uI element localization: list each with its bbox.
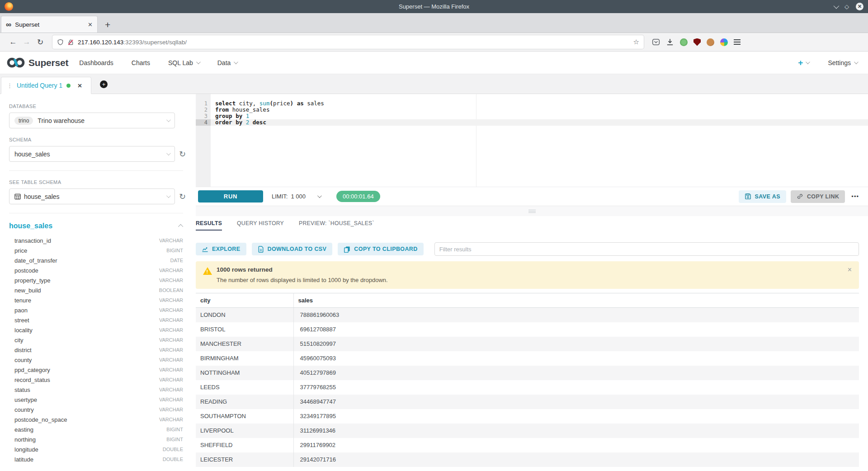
table-row[interactable]: LEEDS37779768255 <box>196 380 859 395</box>
sql-code-line[interactable]: 4order by 2 desc <box>196 119 868 126</box>
table-row[interactable]: BIRMINGHAM45960075093 <box>196 351 859 366</box>
insecure-lock-icon[interactable] <box>67 39 74 46</box>
url-host: 217.160.120.143 <box>78 39 123 46</box>
bookmark-star-icon[interactable]: ☆ <box>633 38 639 46</box>
table-row[interactable]: MANCHESTER51510820997 <box>196 337 859 351</box>
column-name: county <box>14 357 32 363</box>
nav-dashboards[interactable]: Dashboards <box>79 59 113 66</box>
database-label: DATABASE <box>9 104 189 109</box>
url-text[interactable]: 217.160.120.143:32393/superset/sqllab/ <box>78 39 630 46</box>
explore-button[interactable]: EXPLORE <box>196 243 246 255</box>
drag-handle-icon[interactable]: ⋮ <box>7 82 13 89</box>
limit-dropdown[interactable]: LIMIT: 1 000 <box>272 193 321 200</box>
collapse-table-icon[interactable] <box>178 224 183 229</box>
more-actions-button[interactable]: ••• <box>851 193 859 200</box>
column-type: VARCHAR <box>159 387 183 392</box>
brand-name: Superset <box>28 57 68 68</box>
settings-menu[interactable]: Settings <box>828 59 857 66</box>
table-column-row: countryVARCHAR <box>9 405 183 414</box>
line-text: group by 1 <box>211 113 868 119</box>
cell-city: SHEFFIELD <box>196 438 293 452</box>
table-row[interactable]: LONDON788861960063 <box>196 308 859 322</box>
pocket-icon[interactable] <box>652 38 660 46</box>
nav-data[interactable]: Data <box>217 59 237 66</box>
sql-code-line[interactable]: 1select city, sum(price) as sales <box>196 100 868 107</box>
refresh-table-icon[interactable]: ↻ <box>179 193 186 201</box>
table-column-row: northingBIGINT <box>9 434 183 444</box>
filter-results-input[interactable] <box>434 242 859 256</box>
table-row[interactable]: LEICESTER29142071716 <box>196 452 859 467</box>
table-select[interactable]: house_sales <box>9 188 175 204</box>
window-maximize-icon[interactable]: ◇ <box>844 4 849 9</box>
cell-city: LEICESTER <box>196 452 293 467</box>
window-title: Superset — Mozilla Firefox <box>399 3 469 10</box>
splitter-grip-icon[interactable] <box>528 210 536 213</box>
downloads-icon[interactable] <box>666 38 674 46</box>
pane-splitter[interactable] <box>196 206 868 216</box>
menu-icon[interactable] <box>734 39 741 44</box>
database-value: Trino warehouse <box>38 117 85 124</box>
copy-clipboard-button[interactable]: COPY TO CLIPBOARD <box>338 243 423 255</box>
ublock-extension-icon[interactable] <box>693 38 701 46</box>
browser-tab-superset[interactable]: ∞ Superset ✕ <box>1 16 98 33</box>
column-type: VARCHAR <box>159 347 183 353</box>
table-row[interactable]: READING34468947747 <box>196 395 859 409</box>
cell-sales: 69612708887 <box>293 322 859 337</box>
column-header-sales[interactable]: sales <box>293 293 859 308</box>
url-bar[interactable]: 217.160.120.143:32393/superset/sqllab/ ☆ <box>52 35 644 49</box>
alert-close-icon[interactable]: × <box>848 266 852 273</box>
column-name: postcode_no_space <box>14 416 67 423</box>
chevron-down-icon <box>234 60 238 64</box>
sidebar-divider <box>9 213 183 213</box>
table-row[interactable]: LIVERPOOL31126991346 <box>196 424 859 438</box>
window-titlebar: Superset — Mozilla Firefox ◇ ✕ <box>0 0 868 13</box>
column-name: date_of_transfer <box>14 257 57 264</box>
sql-code-line[interactable]: 2from house_sales <box>196 107 868 113</box>
containers-extension-icon[interactable] <box>720 38 728 46</box>
nav-sql-lab[interactable]: SQL Lab <box>168 59 199 66</box>
superset-logo[interactable]: Superset <box>6 57 68 69</box>
add-query-tab-button[interactable]: + <box>100 80 108 88</box>
new-item-button[interactable]: + <box>798 58 809 68</box>
run-button[interactable]: RUN <box>198 190 263 203</box>
chart-icon <box>202 246 208 253</box>
table-row[interactable]: BRISTOL69612708887 <box>196 322 859 337</box>
link-icon <box>797 193 803 200</box>
cookie-extension-icon[interactable] <box>707 38 714 46</box>
database-select[interactable]: trino Trino warehouse <box>9 113 175 128</box>
download-csv-button[interactable]: DOWNLOAD TO CSV <box>252 243 333 255</box>
shield-icon[interactable] <box>57 39 64 46</box>
chevron-down-icon <box>317 193 322 198</box>
tab-query-history[interactable]: QUERY HISTORY <box>237 220 284 231</box>
sql-code-line[interactable]: 3group by 1 <box>196 113 868 119</box>
table-row[interactable]: SHEFFIELD29911769902 <box>196 438 859 452</box>
sqllab-sidebar: DATABASE trino Trino warehouse SCHEMA ho… <box>0 94 196 471</box>
new-tab-button[interactable]: + <box>105 20 110 29</box>
back-icon[interactable]: ← <box>6 38 20 47</box>
query-tab-close-icon[interactable]: ✕ <box>77 82 82 89</box>
query-toolbar: RUN LIMIT: 1 000 00:00:01.64 SAVE AS COP… <box>196 187 868 206</box>
privacy-badger-extension-icon[interactable] <box>680 38 688 46</box>
table-row[interactable]: SOUTHAMPTON32349177895 <box>196 409 859 424</box>
table-row[interactable]: NOTTINGHAM40512797869 <box>196 366 859 380</box>
cell-sales: 45960075093 <box>293 351 859 366</box>
table-column-row: cityVARCHAR <box>9 335 183 345</box>
table-column-row: tenureVARCHAR <box>9 295 183 305</box>
sql-editor[interactable]: 1select city, sum(price) as sales2from h… <box>196 94 868 187</box>
reload-icon[interactable]: ↻ <box>33 38 47 47</box>
tab-results[interactable]: RESULTS <box>196 220 222 231</box>
column-name: longitude <box>14 446 38 453</box>
query-tab-untitled-1[interactable]: ⋮ Untitled Query 1 ✕ <box>1 77 91 94</box>
refresh-schema-icon[interactable]: ↻ <box>179 150 186 158</box>
forward-icon[interactable]: → <box>20 38 33 47</box>
tab-close-icon[interactable]: ✕ <box>88 21 93 28</box>
save-as-button[interactable]: SAVE AS <box>739 190 786 203</box>
window-minimize-icon[interactable] <box>834 3 840 9</box>
copy-link-button[interactable]: COPY LINK <box>791 190 845 203</box>
nav-charts[interactable]: Charts <box>132 59 150 66</box>
schema-select[interactable]: house_sales <box>9 146 175 162</box>
window-close-icon[interactable]: ✕ <box>856 3 863 10</box>
table-schema-title[interactable]: house_sales <box>9 222 52 230</box>
column-header-city[interactable]: city <box>196 293 293 308</box>
tab-preview-house-sales[interactable]: PREVIEW: `HOUSE_SALES` <box>299 220 374 231</box>
